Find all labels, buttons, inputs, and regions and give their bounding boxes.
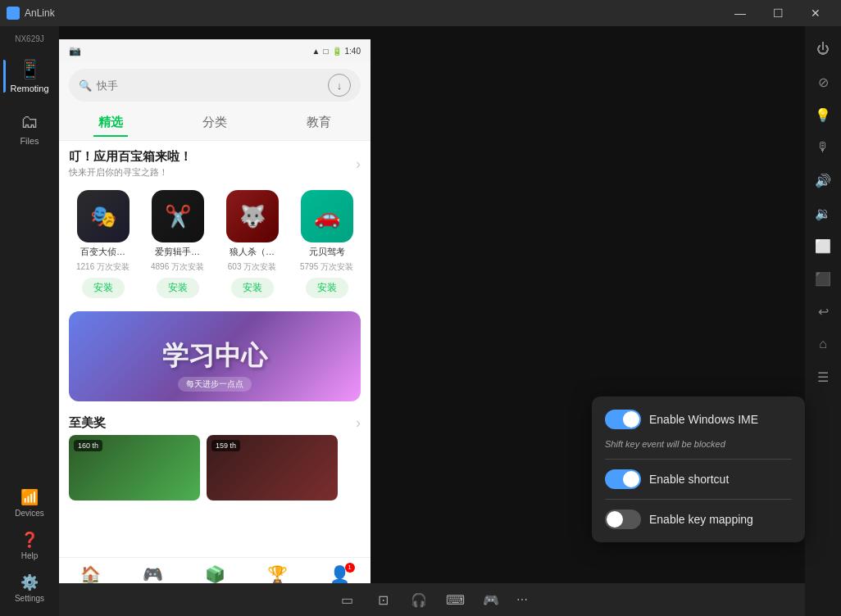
toolbar-screen-1[interactable]: ▭ — [332, 587, 361, 613]
windows-ime-label: Enable Windows IME — [649, 413, 792, 426]
install-button-1[interactable]: 安装 — [157, 278, 199, 298]
app-icon-0: 🎭 — [77, 190, 130, 242]
sidebar-item-remoting[interactable]: 📱 Remoting — [3, 50, 56, 102]
vol-up-button[interactable]: 🔊 — [808, 165, 838, 195]
tab-jiaoyu[interactable]: 教育 — [290, 111, 348, 134]
tab-jingxuan[interactable]: 精选 — [82, 111, 139, 134]
app-name-2: 狼人杀（… — [224, 246, 281, 258]
sidebar-item-settings[interactable]: ⚙️ Settings — [3, 567, 56, 609]
ranking-nav-icon: 🏆 — [267, 564, 288, 584]
help-label: Help — [21, 551, 39, 560]
window-controls: — ☐ ✕ — [721, 0, 834, 26]
key-mapping-label: Enable key mapping — [649, 513, 792, 526]
app-name-1: 爱剪辑手… — [149, 246, 207, 258]
promo-banner[interactable]: 叮！应用百宝箱来啦！ 快来开启你的寻宝之路！ › — [59, 141, 370, 183]
tab-fenlei[interactable]: 分类 — [186, 111, 243, 134]
windows-ime-note: Shift key event will be blocked — [605, 439, 792, 449]
games-nav-icon: 🎮 — [143, 564, 163, 584]
key-mapping-row: Enable key mapping — [605, 510, 792, 529]
phone-tabs: 精选 分类 教育 — [59, 108, 370, 141]
reward-thumb-0[interactable]: 160 th — [69, 435, 200, 500]
app-name-0: 百变大侦… — [75, 246, 132, 258]
search-input[interactable] — [97, 79, 323, 92]
app-installs-2: 603 万次安装 — [228, 261, 276, 273]
toolbar-keyboard[interactable]: ⌨ — [440, 587, 470, 613]
home-button[interactable]: ⌂ — [808, 329, 838, 359]
minimize-button[interactable]: — — [721, 0, 759, 26]
left-sidebar: NX629J 📱 Remoting 🗂 Files 📶 Devices ❓ He… — [0, 26, 59, 616]
learning-banner-sub: 每天进步一点点 — [178, 377, 252, 392]
files-icon: 🗂 — [20, 111, 39, 133]
shortcut-row: Enable shortcut — [605, 469, 792, 489]
app-name-3: 元贝驾考 — [298, 246, 356, 258]
time-display: 1:40 — [345, 47, 361, 56]
eraser-button[interactable]: ⊘ — [808, 67, 838, 97]
install-button-2[interactable]: 安装 — [231, 278, 274, 298]
sidebar-item-wifi-devices[interactable]: 📶 Devices — [3, 482, 56, 524]
app-title: AnLink — [25, 7, 55, 19]
windows-ime-toggle[interactable] — [605, 410, 641, 429]
mic-button[interactable]: 🎙 — [808, 133, 838, 162]
remoting-icon: 📱 — [19, 59, 41, 80]
menu-button[interactable]: ☰ — [808, 362, 838, 392]
install-button-0[interactable]: 安装 — [82, 278, 125, 298]
phone-screen[interactable]: 📷 ▲ □ 🔋 1:40 🔍 ↓ — [59, 39, 370, 603]
app-grid: 🎭 百变大侦… 1216 万次安装 安装 ✂️ 爱剪辑手… 4896 万次安装 … — [59, 183, 370, 305]
toolbar-audio[interactable]: 🎧 — [404, 587, 434, 613]
title-bar-left: AnLink — [7, 7, 55, 20]
sidebar-label-files: Files — [20, 136, 39, 146]
app-installs-0: 1216 万次安装 — [76, 261, 130, 273]
settings-popup: Enable Windows IME Shift key event will … — [592, 396, 805, 542]
reward-thumb-1[interactable]: 159 th — [207, 435, 338, 500]
help-icon: ❓ — [20, 531, 39, 549]
app-item-1[interactable]: ✂️ 爱剪辑手… 4896 万次安装 安装 — [143, 190, 211, 298]
reward-section-header: 至美奖 › — [59, 408, 370, 435]
windows-ime-row: Enable Windows IME — [605, 410, 792, 429]
profile-badge: 1 — [345, 563, 355, 573]
app-icon-3: 🚗 — [301, 190, 353, 242]
back-button[interactable]: ↩ — [808, 297, 838, 326]
title-bar: AnLink — ☐ ✕ — [0, 0, 841, 26]
maximize-button[interactable]: ☐ — [759, 0, 797, 26]
app-item-3[interactable]: 🚗 元贝驾考 5795 万次安装 安装 — [293, 190, 361, 298]
sidebar-item-files[interactable]: 🗂 Files — [3, 102, 56, 155]
home-nav-icon: 🏠 — [80, 564, 101, 584]
app-installs-1: 4896 万次安装 — [151, 261, 204, 273]
apps-nav-icon: 📦 — [205, 564, 225, 584]
toolbar-more[interactable]: ⋯ — [512, 587, 532, 613]
settings-icon: ⚙️ — [20, 573, 39, 591]
profile-badge-container: 👤 1 — [330, 564, 350, 584]
sidebar-bottom: 📶 Devices ❓ Help ⚙️ Settings — [3, 482, 56, 616]
rank-badge-0: 160 th — [74, 440, 102, 451]
power-button[interactable]: ⏻ — [808, 34, 838, 64]
right-controls: ⏻ ⊘ 💡 🎙 🔊 🔉 ⬜ ⬛ ↩ ⌂ ☰ — [805, 26, 841, 616]
vol-down-button[interactable]: 🔉 — [808, 198, 838, 228]
close-button[interactable]: ✕ — [797, 0, 834, 26]
promo-subtitle: 快来开启你的寻宝之路！ — [69, 166, 192, 179]
app-icon-1: ✂️ — [152, 190, 204, 242]
device-name: NX629J — [15, 34, 44, 43]
install-button-3[interactable]: 安装 — [306, 278, 348, 298]
popup-divider-2 — [605, 499, 792, 500]
learning-banner-text: 学习中心 — [162, 338, 267, 374]
reward-section-arrow: › — [356, 414, 361, 432]
sidebar-label-remoting: Remoting — [10, 84, 48, 93]
toolbar-gamepad[interactable]: 🎮 — [476, 587, 506, 613]
search-box[interactable]: 🔍 ↓ — [69, 69, 361, 102]
download-button[interactable]: ↓ — [328, 74, 351, 97]
key-mapping-toggle[interactable] — [605, 510, 641, 529]
learning-banner[interactable]: 学习中心 每天进步一点点 — [69, 311, 361, 401]
toolbar-screen-2[interactable]: ⊡ — [368, 587, 398, 613]
record-button[interactable]: ⬛ — [808, 264, 838, 293]
reward-row: 160 th 159 th — [59, 435, 370, 507]
app-icon-2: 🐺 — [226, 190, 279, 242]
bulb-button[interactable]: 💡 — [808, 100, 838, 129]
main-container: NX629J 📱 Remoting 🗂 Files 📶 Devices ❓ He… — [0, 26, 841, 616]
sidebar-item-help[interactable]: ❓ Help — [3, 524, 56, 567]
screenshot-button[interactable]: ⬜ — [808, 231, 838, 260]
wifi-status-icon: ▲ — [312, 47, 320, 56]
app-item-2[interactable]: 🐺 狼人杀（… 603 万次安装 安装 — [218, 190, 286, 298]
bottom-toolbar: ▭ ⊡ 🎧 ⌨ 🎮 ⋯ — [59, 583, 805, 616]
app-item-0[interactable]: 🎭 百变大侦… 1216 万次安装 安装 — [69, 190, 137, 298]
shortcut-toggle[interactable] — [605, 469, 641, 489]
